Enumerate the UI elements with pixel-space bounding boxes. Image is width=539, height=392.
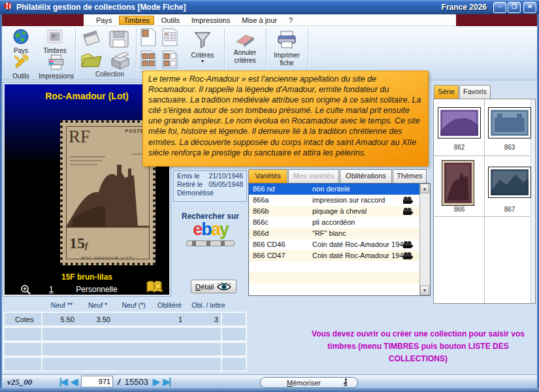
varieties-scrollbar[interactable]: ▲ ▼ bbox=[419, 184, 430, 295]
col-neuf2: Neuf ** bbox=[44, 301, 80, 309]
tab-mes-varietes[interactable]: Mes variétés bbox=[288, 169, 339, 183]
print-sheet-line1: Imprimer bbox=[269, 52, 305, 59]
tab-varietes[interactable]: Variétés bbox=[248, 169, 287, 183]
series-stamp-867[interactable] bbox=[489, 167, 531, 197]
cotes-row-label: Cotes bbox=[5, 313, 42, 325]
empty-table-row bbox=[3, 342, 247, 357]
menu-impressions[interactable]: Impressions bbox=[187, 16, 235, 25]
printer-3d-icon bbox=[106, 50, 134, 72]
criteria-button[interactable]: Critères ▾ bbox=[184, 30, 221, 64]
cotes-header-row: Neuf ** Neuf * Neuf (*) Oblitéré Obl. / … bbox=[3, 301, 247, 312]
chevron-down-icon: ▾ bbox=[184, 58, 221, 64]
minimize-button[interactable]: ─ bbox=[493, 2, 506, 13]
toolbar-separator bbox=[75, 28, 76, 78]
variety-row[interactable]: 866 CD47Coin daté Roc-Amadour 1947 bbox=[249, 250, 421, 261]
record-separator: / bbox=[118, 377, 120, 387]
collection-new-button[interactable] bbox=[80, 29, 103, 50]
empty-row bbox=[249, 272, 421, 284]
menu-bar: Pays Timbres Outils Impressions Mise à j… bbox=[2, 14, 537, 26]
first-record-button[interactable]: |◀ bbox=[59, 376, 66, 387]
collection-open-button[interactable] bbox=[79, 51, 104, 72]
photo-icon bbox=[403, 208, 413, 215]
close-button[interactable]: ✕ bbox=[523, 2, 536, 13]
next-record-button[interactable]: ▶ bbox=[153, 376, 159, 387]
grid-line bbox=[484, 99, 485, 303]
cote-oblitere: 1 bbox=[152, 316, 182, 323]
print-sheet-button[interactable]: Imprimer fiche bbox=[269, 30, 305, 67]
tooltip-text: Le terme « Roc-Amadour » est l'ancienne … bbox=[148, 74, 423, 158]
cancel-criteria-line2: critères bbox=[227, 57, 263, 64]
variety-row[interactable]: 866cpli accordéon bbox=[249, 217, 421, 228]
collection-notice: Vous devez ouvrir ou créer une collectio… bbox=[301, 328, 536, 365]
dates-info-box: Emis le21/10/1946 Retiré le05/05/1948 Dé… bbox=[173, 171, 247, 202]
series-stamp-862[interactable] bbox=[438, 108, 480, 138]
record-number-input[interactable] bbox=[81, 376, 113, 387]
series-stamp-863[interactable] bbox=[489, 108, 531, 138]
tab-favoris[interactable]: Favoris bbox=[459, 85, 491, 99]
view-mixed-button[interactable] bbox=[161, 50, 179, 71]
variety-row[interactable]: 866 ndnon dentelé bbox=[249, 184, 421, 195]
issued-label: Emis le bbox=[177, 172, 199, 180]
maximize-button[interactable]: ❐ bbox=[508, 2, 521, 13]
cote-obl-lettre: 3 bbox=[188, 316, 218, 323]
tab-serie[interactable]: Série bbox=[434, 85, 459, 99]
collection-print-button[interactable] bbox=[106, 50, 134, 73]
variety-row[interactable]: 866bpiquage à cheval bbox=[249, 206, 421, 217]
toolbar-timbres-button[interactable]: Timbres bbox=[39, 28, 71, 54]
menu-strip: Pays Timbres Outils Impressions Mise à j… bbox=[84, 14, 456, 26]
variety-row[interactable]: 866aimpression sur raccord bbox=[249, 195, 421, 206]
view-stamps-button[interactable] bbox=[139, 50, 157, 71]
menu-timbres[interactable]: Timbres bbox=[119, 16, 154, 25]
detail-button[interactable]: Détail bbox=[191, 280, 237, 293]
stamp-caption: 15F brun-lilas bbox=[5, 272, 169, 282]
cancel-criteria-button[interactable]: Annuler critères bbox=[227, 33, 263, 64]
variety-row[interactable]: 866d"RF" blanc bbox=[249, 228, 421, 239]
stamp-face-value: 15f bbox=[69, 235, 88, 252]
memorize-button[interactable]: Mémoriser bbox=[260, 377, 358, 388]
status-bar: v25_00 |◀ ◀ / 15503 ▶ ▶| Mémoriser bbox=[2, 374, 537, 389]
menu-outils[interactable]: Outils bbox=[157, 16, 184, 25]
window-border-bottom bbox=[0, 388, 539, 392]
page-single-view-icon bbox=[139, 27, 157, 47]
zoom-slider[interactable] bbox=[186, 240, 235, 246]
previous-record-button[interactable]: ◀ bbox=[71, 376, 76, 387]
menu-mise-a-jour[interactable]: Mise à jour bbox=[237, 16, 282, 25]
toolbar-impressions-button[interactable]: Impressions bbox=[39, 54, 74, 80]
toolbar-outils-button[interactable]: Outils bbox=[7, 54, 35, 80]
menu-help[interactable]: ? bbox=[284, 16, 297, 25]
window-border-left bbox=[0, 14, 2, 392]
view-grid-button[interactable] bbox=[161, 27, 179, 48]
page-stamps-view-icon bbox=[139, 50, 157, 69]
photo-icon bbox=[403, 252, 413, 259]
stamp-icon bbox=[46, 28, 63, 45]
stamp-footer-text: ROC-AMADOUR (LOT) bbox=[63, 256, 153, 260]
window-title: Philatélix gestion de collections [Mode … bbox=[16, 3, 186, 12]
last-record-button[interactable]: ▶| bbox=[163, 376, 170, 387]
empty-row bbox=[249, 261, 421, 272]
catalog-search-icon[interactable] bbox=[146, 280, 164, 295]
cotes-end-cell bbox=[221, 313, 246, 325]
toolbar-pays-button[interactable]: Pays bbox=[7, 28, 35, 54]
stamp-rf-monogram: RF bbox=[69, 127, 90, 147]
scroll-down-icon[interactable]: ▼ bbox=[420, 286, 429, 295]
series-stamp-number: 867 bbox=[487, 206, 532, 213]
tools-icon bbox=[12, 54, 29, 71]
variety-row[interactable]: 866 CD46Coin daté Roc-Amadour 1946 bbox=[249, 239, 421, 250]
series-stamp-866[interactable] bbox=[442, 161, 474, 205]
printer-stack-icon bbox=[47, 54, 65, 71]
stamp-image[interactable]: RF POSTES 15f ROC-AMADOUR (LOT) bbox=[60, 120, 155, 265]
scroll-up-icon[interactable]: ▲ bbox=[420, 184, 429, 193]
note-icon bbox=[80, 29, 103, 48]
retired-label: Retiré le bbox=[177, 180, 203, 188]
menu-pays[interactable]: Pays bbox=[91, 16, 116, 25]
grid-line bbox=[434, 155, 531, 156]
globe-icon bbox=[12, 28, 29, 45]
view-single-button[interactable] bbox=[139, 27, 157, 48]
version-label: v25_00 bbox=[7, 377, 32, 387]
tab-themes[interactable]: Thèmes bbox=[393, 169, 427, 183]
tab-obliterations[interactable]: Oblitérations bbox=[340, 169, 392, 183]
series-scrollbar[interactable] bbox=[531, 99, 535, 303]
collection-save-button[interactable] bbox=[106, 29, 131, 51]
ebay-logo[interactable]: ebay bbox=[175, 221, 246, 238]
cotes-row[interactable]: Cotes 5.50 3.50 1 3 bbox=[3, 312, 247, 327]
